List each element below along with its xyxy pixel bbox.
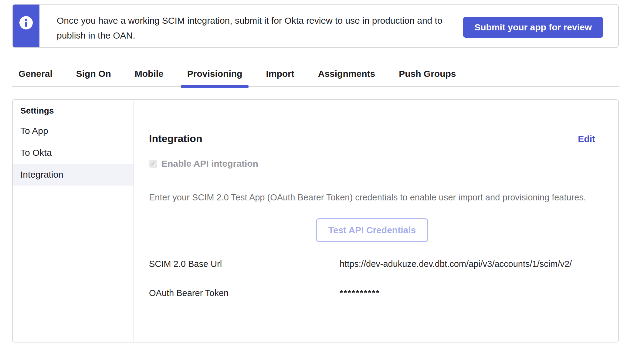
info-banner: Once you have a working SCIM integration… xyxy=(12,4,619,48)
test-credentials-row: Test API Credentials xyxy=(149,218,595,242)
page-title: Integration xyxy=(149,133,202,145)
enable-api-integration-checkbox: ✓ xyxy=(149,160,157,168)
sidebar-item-to-app[interactable]: To App xyxy=(13,120,134,142)
tab-mobile[interactable]: Mobile xyxy=(128,63,170,86)
tab-provisioning[interactable]: Provisioning xyxy=(181,63,249,86)
info-banner-message: Once you have a working SCIM integration… xyxy=(39,5,463,47)
test-api-credentials-button[interactable]: Test API Credentials xyxy=(316,218,428,242)
tab-sign-on[interactable]: Sign On xyxy=(70,63,117,86)
tab-import[interactable]: Import xyxy=(259,63,300,86)
credentials-fields: SCIM 2.0 Base Url https://dev-adukuze.de… xyxy=(149,259,595,298)
app-tabbar: General Sign On Mobile Provisioning Impo… xyxy=(12,63,619,87)
sidebar-item-to-okta[interactable]: To Okta xyxy=(13,142,134,164)
enable-api-integration-label: Enable API integration xyxy=(161,158,258,169)
settings-sidebar: Settings To App To Okta Integration xyxy=(13,100,134,342)
integration-content: Integration Edit ✓ Enable API integratio… xyxy=(134,100,618,342)
content-header: Integration Edit xyxy=(149,133,595,145)
credentials-description: Enter your SCIM 2.0 Test App (OAuth Bear… xyxy=(149,193,595,203)
oauth-bearer-token-value: ********** xyxy=(340,288,595,298)
provisioning-panel: Settings To App To Okta Integration Inte… xyxy=(12,99,619,342)
submit-app-for-review-button[interactable]: Submit your app for review xyxy=(463,17,603,38)
sidebar-header: Settings xyxy=(13,106,134,116)
info-banner-accent xyxy=(13,5,39,47)
sidebar-item-integration[interactable]: Integration xyxy=(13,164,134,186)
scim-base-url-row: SCIM 2.0 Base Url https://dev-adukuze.de… xyxy=(149,259,595,269)
info-icon xyxy=(19,5,33,31)
edit-link[interactable]: Edit xyxy=(578,134,595,144)
enable-api-integration-row: ✓ Enable API integration xyxy=(149,158,595,169)
provisioning-page: Once you have a working SCIM integration… xyxy=(0,0,644,351)
tab-general[interactable]: General xyxy=(12,63,59,86)
scim-base-url-value: https://dev-adukuze.dev.dbt.com/api/v3/a… xyxy=(340,259,595,269)
tab-push-groups[interactable]: Push Groups xyxy=(392,63,462,86)
tab-assignments[interactable]: Assignments xyxy=(312,63,381,86)
scim-base-url-label: SCIM 2.0 Base Url xyxy=(149,259,340,269)
oauth-bearer-token-row: OAuth Bearer Token ********** xyxy=(149,288,595,298)
oauth-bearer-token-label: OAuth Bearer Token xyxy=(149,288,340,298)
